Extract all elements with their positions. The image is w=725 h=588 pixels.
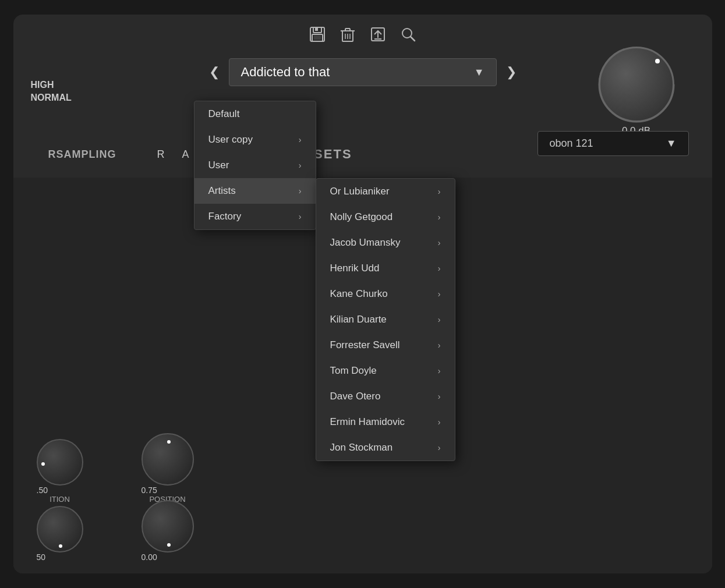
high-label: HIGH [31,79,72,91]
artists-submenu: Or Lubianiker › Nolly Getgood › Jacob Um… [316,178,455,461]
artists-arrow: › [299,186,302,196]
artist-kane-churko[interactable]: Kane Churko › [316,281,455,307]
artist-or-lubianiker[interactable]: Or Lubianiker › [316,179,455,204]
delete-icon[interactable] [339,26,356,47]
artist-dave-otero[interactable]: Dave Otero › [316,384,455,409]
artist-nolly-getgood[interactable]: Nolly Getgood › [316,204,455,230]
artist-henrik-udd[interactable]: Henrik Udd › [316,256,455,281]
artist-arrow-8: › [438,392,441,401]
user-copy-arrow: › [299,135,302,144]
menu-item-factory[interactable]: Factory › [194,204,316,229]
artist-label-7: Tom Doyle [330,365,377,377]
knob4-section: 0.00 [142,500,194,562]
toolbar-icons [309,26,416,47]
preset-selector-value: obon 121 [550,137,593,150]
artist-ermin-hamidovic[interactable]: Ermin Hamidovic › [316,409,455,435]
artist-arrow-9: › [438,417,441,427]
output-knob[interactable] [599,47,674,122]
toolbar-center [309,26,416,47]
menu-item-default-label: Default [208,108,240,120]
preset-selector-row: obon 121 ▼ [537,131,689,156]
knob1-value: .50 [37,486,83,495]
letter-a[interactable]: A [182,148,189,161]
preset-nav: ❮ Addicted to that ▼ ❯ [209,58,517,86]
artist-jon-stockman[interactable]: Jon Stockman › [316,435,455,461]
artist-arrow-7: › [438,366,441,376]
save-icon[interactable] [309,26,326,47]
knob2[interactable] [142,433,194,486]
letter-r[interactable]: R [157,148,165,161]
knob3-value: 50 [37,552,83,562]
artist-label-5: Kilian Duarte [330,314,387,325]
menu-item-user[interactable]: User › [194,153,316,178]
menu-item-artists[interactable]: Artists › Or Lubianiker › Nolly Getgood … [194,178,316,204]
preset-selector-arrow: ▼ [666,137,677,150]
artist-jacob-umansky[interactable]: Jacob Umansky › [316,230,455,256]
artist-label-4: Kane Churko [330,288,388,300]
search-icon[interactable] [400,26,416,47]
knob4-dot [167,543,171,547]
artist-arrow-4: › [438,289,441,299]
preset-dropdown[interactable]: Addicted to that ▼ [229,58,497,86]
knob2-value: 0.75 [142,486,194,495]
menu-item-user-copy-label: User copy [208,134,253,146]
artist-label-1: Nolly Getgood [330,211,393,223]
menu-item-user-copy[interactable]: User copy › [194,127,316,153]
knob3-dot [59,544,62,548]
menu-item-user-label: User [208,160,229,171]
artist-arrow-10: › [438,443,441,452]
artist-arrow-1: › [438,212,441,222]
import-icon[interactable] [370,26,386,47]
oversampling-label: RSAMPLING [48,148,116,161]
knob3-section: 50 [37,506,83,562]
user-arrow: › [299,161,302,170]
artist-label-2: Jacob Umansky [330,237,401,249]
menu-item-artists-label: Artists [208,185,236,197]
artist-arrow-0: › [438,187,441,196]
preset-selector-box[interactable]: obon 121 ▼ [537,131,689,156]
knob1-section: .50 ITION [37,439,83,504]
dropdown-menu: Default User copy › User › Artists › Or … [194,101,316,230]
menu-item-default[interactable]: Default [194,101,316,127]
artist-label-10: Jon Stockman [330,442,393,454]
svg-rect-2 [315,27,318,31]
preset-name: Addicted to that [241,65,330,80]
knob1-dot [41,462,45,466]
artist-arrow-3: › [438,264,441,273]
artist-label-6: Forrester Savell [330,339,400,351]
artist-forrester-savell[interactable]: Forrester Savell › [316,332,455,358]
svg-rect-4 [314,36,321,40]
knob2-dot [167,440,171,444]
knob1-label: ITION [37,495,83,504]
normal-label: NORMAL [31,91,72,104]
factory-arrow: › [299,212,302,221]
knob2-section: 0.75 POSITION [142,433,194,504]
artist-label-3: Henrik Udd [330,263,380,274]
artist-arrow-2: › [438,238,441,247]
artist-label-8: Dave Otero [330,391,381,402]
artist-arrow-6: › [438,341,441,350]
output-knob-wrapper [596,44,677,125]
artist-tom-doyle[interactable]: Tom Doyle › [316,358,455,384]
knob1[interactable] [37,439,83,486]
artist-label-9: Ermin Hamidovic [330,416,405,428]
knob3[interactable] [37,506,83,552]
left-labels: HIGH NORMAL [31,79,72,105]
dropdown-arrow-icon: ▼ [474,66,484,79]
next-preset-button[interactable]: ❯ [506,65,517,80]
knob4-value: 0.00 [142,552,194,562]
artist-kilian-duarte[interactable]: Kilian Duarte › [316,307,455,332]
plugin-container: ❮ Addicted to that ▼ ❯ 0.0 dB OUTPUT HIG… [13,15,712,573]
knob4[interactable] [142,500,194,552]
artist-label-0: Or Lubianiker [330,186,390,197]
artist-arrow-5: › [438,315,441,324]
svg-line-17 [411,37,415,41]
menu-item-factory-label: Factory [208,211,242,222]
prev-preset-button[interactable]: ❮ [209,65,220,80]
knob-indicator-dot [655,59,660,63]
